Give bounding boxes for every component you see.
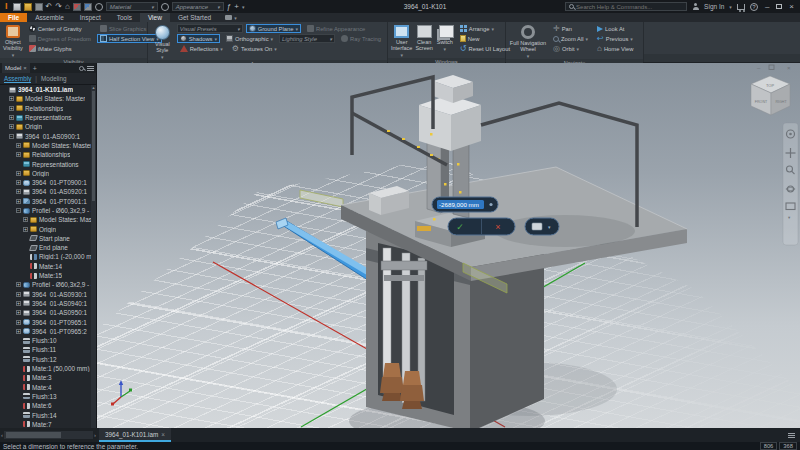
document-tab-close-icon[interactable]: × <box>161 431 165 438</box>
tree-expander-icon[interactable]: + <box>16 329 21 334</box>
redo-icon[interactable]: ↷ <box>55 3 62 11</box>
switch-button[interactable]: Switch▾ <box>436 24 454 52</box>
tree-item[interactable]: +Origin <box>0 224 91 233</box>
shadows-button[interactable]: Shadows▾ <box>177 34 220 43</box>
tree-expander-icon[interactable]: + <box>16 189 21 194</box>
user-interface-button[interactable]: User Interface▾ <box>391 24 412 58</box>
ground-plane-button[interactable]: Ground Plane▾ <box>246 24 301 33</box>
tree-item[interactable]: Start plane <box>0 234 91 243</box>
appearance-dropdown[interactable]: Appearance▾ <box>172 2 224 11</box>
search-box[interactable] <box>565 2 687 11</box>
viewcube-right-label[interactable]: RIGHT <box>775 100 787 104</box>
measure-icon[interactable]: + <box>234 3 239 11</box>
doc-close-icon[interactable]: × <box>787 65 791 71</box>
tab-assemble[interactable]: Assemble <box>27 13 72 22</box>
tree-item[interactable]: +3964_01-AS0920:1 <box>0 187 91 196</box>
reflections-button[interactable]: Reflections▾ <box>177 44 226 53</box>
tree-item[interactable]: +Relationships <box>0 104 91 113</box>
tree-item[interactable]: +Relationships <box>0 150 91 159</box>
visual-style-button[interactable]: Visual Style▾ <box>151 24 174 60</box>
tree-item[interactable]: +3964_01-AS0940:1 <box>0 299 91 308</box>
store-cart-icon[interactable] <box>737 4 745 10</box>
tree-expander-icon[interactable]: + <box>16 199 21 204</box>
browser-vertical-scrollbar[interactable]: ▲ <box>91 85 96 428</box>
tree-item[interactable]: Mate:1 (50,000 mm) <box>0 364 91 373</box>
ribbon-display-toggle[interactable]: ▾ <box>219 13 243 22</box>
inventor-logo-icon[interactable]: I <box>3 0 10 13</box>
full-navigation-wheel-button[interactable]: Full Navigation Wheel▾ <box>509 24 547 59</box>
tabstrip-menu-icon[interactable] <box>788 433 795 438</box>
tree-expander-icon[interactable]: + <box>9 106 14 111</box>
orbit-button[interactable]: ◎ Orbit▾ <box>550 44 591 53</box>
scroll-right-icon[interactable]: › <box>94 432 96 438</box>
browser-tab-model[interactable]: Model× <box>2 63 30 73</box>
tree-item[interactable]: +3964_01-PT0965:1 <box>0 317 91 326</box>
tree-item[interactable]: +3964_01-PT0901:1 <box>0 197 91 206</box>
ray-tracing-button[interactable]: Ray Tracing <box>338 34 384 43</box>
look-at-button[interactable]: Look At <box>594 24 636 33</box>
tree-item[interactable]: +3964_01-PT0900:1 <box>0 178 91 187</box>
tree-item[interactable]: Rigid:1 (-20,000 mm) <box>0 252 91 261</box>
tree-item[interactable]: −3964_01-AS0900:1 <box>0 131 91 140</box>
tree-item[interactable]: +Model States: Master <box>0 141 91 150</box>
minimize-button[interactable]: – <box>763 0 771 13</box>
refine-appearance-button[interactable]: Refine Appearance <box>304 24 368 33</box>
no-render-icon[interactable] <box>95 3 103 11</box>
subtab-assembly[interactable]: Assembly <box>4 75 31 83</box>
browser-menu-icon[interactable] <box>87 66 94 71</box>
tree-item[interactable]: Mate:15 <box>0 271 91 280</box>
tree-item[interactable]: Flush:14 <box>0 410 91 419</box>
cancel-button[interactable]: × <box>495 222 500 232</box>
arrange-button[interactable]: Arrange▾ <box>457 24 513 33</box>
tree-expander-icon[interactable]: + <box>16 180 21 185</box>
tree-item[interactable]: +Profiel - Ø60,3x2,9 - 4000:2 <box>0 280 91 289</box>
scroll-left-icon[interactable]: ‹ <box>1 432 3 438</box>
tree-item[interactable]: Flush:11 <box>0 345 91 354</box>
document-tab[interactable]: 3964_01-K101.iam × <box>99 428 171 442</box>
tree-expander-icon[interactable]: − <box>16 208 21 213</box>
tree-item[interactable]: Flush:13 <box>0 392 91 401</box>
open-file-icon[interactable] <box>24 3 32 11</box>
doc-minimize-icon[interactable]: – <box>757 65 761 71</box>
save-icon[interactable] <box>35 3 43 11</box>
tree-expander-icon[interactable]: + <box>16 171 21 176</box>
tree-expander-icon[interactable]: + <box>16 282 21 287</box>
browser-tab-close-icon[interactable]: × <box>23 65 27 71</box>
doc-restore-icon[interactable] <box>769 65 774 70</box>
tab-view[interactable]: View <box>140 13 170 22</box>
degrees-of-freedom-button[interactable]: Degrees of Freedom <box>26 34 94 43</box>
sign-in-button[interactable]: Sign In <box>704 3 724 10</box>
tree-expander-icon[interactable]: + <box>16 320 21 325</box>
component-icon[interactable] <box>84 3 92 11</box>
tab-tools[interactable]: Tools <box>109 13 140 22</box>
browser-horizontal-scrollbar[interactable]: ‹ › <box>0 428 97 442</box>
tree-item[interactable]: +Model States: Master <box>0 215 91 224</box>
subtab-modeling[interactable]: Modeling <box>41 75 67 82</box>
new-window-button[interactable]: New <box>457 34 513 43</box>
pan-button[interactable]: ✛ Pan <box>550 24 591 33</box>
sketch-icon[interactable] <box>73 3 81 11</box>
visual-presets-dropdown[interactable]: Visual Presets▾ <box>177 24 243 33</box>
tree-item[interactable]: +Origin <box>0 122 91 131</box>
tree-expander-icon[interactable]: − <box>9 134 14 139</box>
browser-add-tab-button[interactable]: + <box>33 65 37 72</box>
tree-item[interactable]: Mate:3 <box>0 373 91 382</box>
tab-inspect[interactable]: Inspect <box>72 13 109 22</box>
fx-parameters-icon[interactable]: ƒ <box>227 3 231 11</box>
help-icon[interactable]: ? <box>750 3 758 11</box>
tree-item[interactable]: +3964_01-PT0965:2 <box>0 327 91 336</box>
tree-item[interactable]: +3964_01-AS0930:1 <box>0 290 91 299</box>
tree-expander-icon[interactable]: + <box>16 310 21 315</box>
tree-item[interactable]: Mate:7 <box>0 420 91 428</box>
tree-expander-icon[interactable]: + <box>9 115 14 120</box>
home-icon[interactable]: ⌂ <box>65 3 70 11</box>
tree-item[interactable]: Flush:10 <box>0 336 91 345</box>
tree-expander-icon[interactable]: + <box>16 292 21 297</box>
tree-item[interactable]: Mate:14 <box>0 262 91 271</box>
tree-expander-icon[interactable]: + <box>16 143 21 148</box>
tree-item[interactable]: +Representations <box>0 113 91 122</box>
viewcube[interactable]: TOP FRONT RIGHT <box>751 76 790 115</box>
object-visibility-button[interactable]: Object Visibility▾ <box>3 24 23 58</box>
reset-ui-layout-button[interactable]: ↺ Reset UI Layout <box>457 44 513 53</box>
viewcube-front-label[interactable]: FRONT <box>755 100 768 104</box>
